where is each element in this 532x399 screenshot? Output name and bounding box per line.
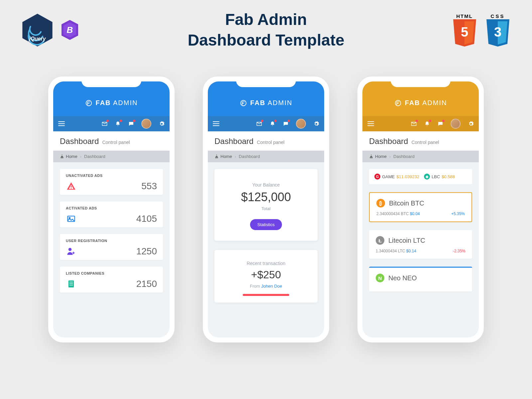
warn-icon (66, 181, 76, 192)
balance-amount: $125,000 (221, 190, 311, 204)
page-title: Dashboard (369, 137, 408, 146)
balance-sub: Total (221, 206, 311, 211)
stat-card[interactable]: LISTED COMPANIES2150 (60, 267, 163, 293)
app-header: FAB ADMIN (362, 81, 479, 131)
stat-label: ACTIVATED ADS (66, 206, 157, 210)
chat-icon[interactable] (128, 121, 134, 127)
svg-marker-0 (22, 14, 52, 47)
svg-point-10 (68, 248, 71, 251)
svg-text:HTML: HTML (456, 13, 473, 19)
page-heading: Dashboard Control panel (362, 131, 479, 151)
svg-rect-17 (72, 283, 72, 284)
mail-icon[interactable] (101, 121, 107, 127)
nav-bar (362, 116, 479, 131)
svg-text:5: 5 (461, 25, 468, 39)
nav-bar (208, 116, 324, 131)
page-subtitle: Control panel (411, 140, 439, 145)
coin-name: Litecoin LTC (388, 237, 425, 244)
coin-card[interactable]: NNeo NEO (369, 267, 472, 292)
user-icon (66, 246, 76, 257)
bell-icon[interactable] (115, 121, 121, 127)
svg-text:jQuery: jQuery (29, 36, 46, 42)
chevron-right-icon: › (235, 154, 236, 159)
jquery-icon: jQuery (20, 13, 55, 48)
svg-rect-16 (71, 283, 71, 284)
breadcrumb-current: Dashboard (393, 154, 415, 159)
ticker-coin-icon: G (374, 174, 380, 180)
mail-icon[interactable] (411, 121, 417, 127)
chat-icon[interactable] (283, 121, 289, 127)
avatar[interactable] (451, 119, 461, 129)
stat-label: UNACTIVATED ADS (66, 174, 157, 178)
stat-value: 1250 (136, 246, 157, 257)
stat-card[interactable]: UNACTIVATED ADS553 (60, 169, 163, 195)
brand: FAB ADMIN (53, 81, 170, 116)
breadcrumb-home[interactable]: Home (60, 154, 77, 159)
page-heading: Dashboard Control panel (208, 131, 324, 151)
promo-banner: jQuery B Fab AdminDashboard Template HTM… (0, 0, 532, 60)
svg-rect-19 (71, 285, 71, 285)
balance-card: Your Balance $125,000 Total Statistics (214, 169, 318, 241)
coin-name: Neo NEO (388, 274, 417, 282)
chat-icon[interactable] (437, 121, 443, 127)
menu-icon[interactable] (58, 121, 65, 126)
tx-bar (243, 294, 289, 296)
stat-value: 553 (141, 181, 157, 192)
image-icon (66, 213, 76, 224)
mail-icon[interactable] (256, 121, 262, 127)
menu-icon[interactable] (367, 121, 374, 126)
stat-card[interactable]: ACTIVATED ADS4105 (60, 201, 163, 227)
ticker-item: ◈LBC$0.588 (424, 174, 455, 180)
svg-rect-12 (69, 282, 70, 282)
coin-change: -2.35% (453, 249, 466, 253)
coin-icon: N (376, 274, 384, 282)
breadcrumb: Home › Dashboard (53, 151, 170, 162)
right-logos: HTML 5 CSS 3 (451, 13, 512, 47)
balance-label: Your Balance (221, 182, 311, 188)
bootstrap-icon: B (58, 18, 81, 42)
gear-icon[interactable] (159, 121, 165, 127)
stat-label: USER REGISTRATION (66, 239, 157, 243)
ticker-name: LBC (432, 174, 440, 179)
content: UNACTIVATED ADS553ACTIVATED ADS4105USER … (53, 162, 170, 306)
coin-icon: ₿ (376, 199, 385, 207)
breadcrumb-home[interactable]: Home (369, 154, 387, 159)
avatar[interactable] (296, 119, 306, 129)
coin-price: $0.14 (406, 249, 416, 253)
coin-change: +5.35% (451, 211, 465, 216)
chevron-right-icon: › (80, 154, 81, 159)
svg-text:3: 3 (494, 25, 501, 39)
stat-value: 2150 (136, 279, 157, 289)
tx-from: From Johen Doe (221, 284, 311, 289)
brand: FAB ADMIN (362, 81, 479, 116)
coin-amount: 1.34000434 LTC (376, 249, 405, 253)
coin-price: $0.04 (410, 211, 420, 216)
building-icon (66, 279, 76, 289)
bell-icon[interactable] (269, 121, 275, 127)
page-subtitle: Control panel (102, 140, 130, 145)
statistics-button[interactable]: Statistics (250, 219, 282, 230)
html5-icon: HTML 5 (451, 13, 479, 47)
chevron-right-icon: › (389, 154, 391, 159)
page-title: Dashboard (60, 137, 99, 146)
svg-text:CSS: CSS (491, 13, 505, 19)
avatar[interactable] (141, 119, 151, 129)
ticker-item: GGAME$11.039232 (374, 174, 419, 180)
coin-card[interactable]: ŁLitecoin LTC1.34000434 LTC $0.14-2.35% (369, 230, 472, 259)
menu-icon[interactable] (213, 121, 219, 126)
tx-amount: +$250 (221, 269, 311, 281)
bell-icon[interactable] (424, 121, 430, 127)
svg-rect-20 (72, 285, 72, 285)
breadcrumb: Home › Dashboard (208, 151, 324, 162)
phone-2: FAB ADMIN Dashboard Control panel Home ›… (203, 76, 329, 342)
gear-icon[interactable] (468, 121, 474, 127)
ticker-strip: GGAME$11.039232◈LBC$0.588 (369, 169, 472, 184)
app-header: FAB ADMIN (208, 81, 324, 131)
stat-card[interactable]: USER REGISTRATION1250 (60, 234, 163, 260)
coin-card[interactable]: ₿Bitcoin BTC2.340000434 BTC $0.04+5.35% (369, 192, 472, 222)
nav-bar (53, 116, 170, 131)
left-logos: jQuery B (20, 13, 81, 48)
gear-icon[interactable] (313, 121, 319, 127)
page-heading: Dashboard Control panel (53, 131, 170, 151)
breadcrumb-home[interactable]: Home (214, 154, 232, 159)
